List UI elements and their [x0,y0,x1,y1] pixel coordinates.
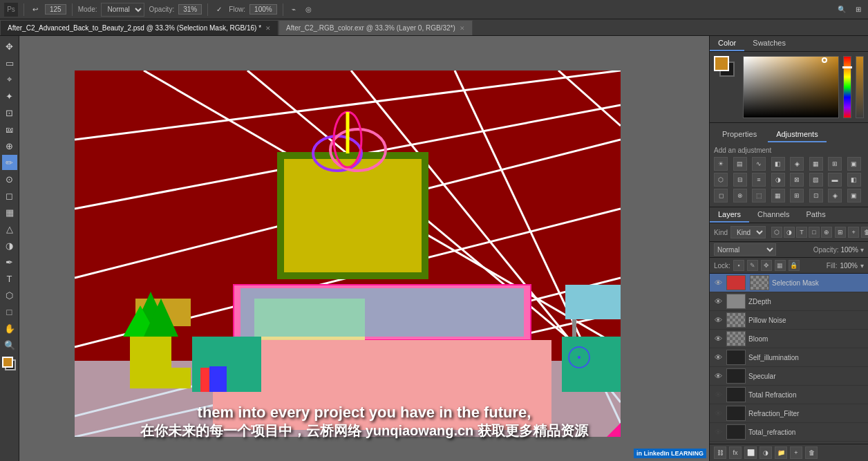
new-fill-adj-btn[interactable]: ◑ [760,446,772,459]
gradient-tool[interactable]: ▦ [2,205,17,220]
adj-posterize[interactable]: ⊠ [790,173,804,187]
filter-type[interactable]: T [796,227,807,238]
fg-color-swatch[interactable] [2,357,13,368]
flow-value[interactable]: 100% [249,4,277,15]
shape-tool[interactable]: □ [2,304,17,319]
adj-mask3[interactable]: ⬚ [752,189,766,203]
layer-row-zdepth[interactable]: 👁 ZDepth [710,292,868,311]
adj-curves[interactable]: ∿ [752,157,766,171]
angle-btn[interactable]: ◎ [303,4,314,15]
arrange-btn[interactable]: ⊞ [853,4,864,15]
add-style-btn[interactable]: fx [729,446,742,459]
type-tool[interactable]: T [2,271,17,286]
color-tab[interactable]: Color [710,36,744,51]
layer-vis-zdepth[interactable]: 👁 [713,296,724,307]
link-layers-btn[interactable]: ⛓ [714,446,726,459]
tab-1-close[interactable]: ✕ [265,25,271,32]
layer-vis-selection-mask[interactable]: 👁 [713,277,724,288]
adj-exposure[interactable]: ◧ [771,157,785,171]
adj-colorlookup[interactable]: ≡ [752,173,766,187]
layer-vis-self-illumination[interactable]: 👁 [713,352,724,363]
adj-mask7[interactable]: ◈ [828,189,842,203]
search-btn[interactable]: 🔍 [835,4,849,15]
pen-tool[interactable]: ✒ [2,254,17,270]
clone-tool[interactable]: ⊙ [2,171,17,187]
tool-options-btn[interactable]: ↩ [30,4,41,15]
opacity-arrow[interactable]: ▾ [860,246,864,254]
adj-brightness[interactable]: ☀ [714,157,728,171]
eraser-tool[interactable]: ◻ [2,188,17,203]
lock-transparent[interactable]: ▪ [733,260,744,271]
color-gradient-picker[interactable] [743,56,839,118]
adj-selectivecolor[interactable]: ◧ [847,173,861,187]
new-layer-bottom-btn[interactable]: + [790,446,802,459]
properties-tab[interactable]: Properties [714,127,765,142]
hand-tool[interactable]: ✋ [2,321,17,336]
tab-1[interactable]: After_C2_Advanced_Back_to_Beauty_2.psd @… [0,20,279,35]
adj-invert[interactable]: ◑ [771,173,785,187]
layers-tab[interactable]: Layers [710,207,749,223]
layer-row-refraction-filter[interactable]: 👁 Refraction_Filter [710,404,868,423]
filter-smart[interactable]: ⊕ [821,227,832,238]
filter-pixel[interactable]: ⬡ [771,227,782,238]
adj-levels[interactable]: ▤ [733,157,747,171]
zoom-tool[interactable]: 🔍 [2,337,17,352]
adj-hsl[interactable]: ▦ [809,157,823,171]
layer-vis-total-refraction[interactable]: 👁 [713,389,724,400]
adj-threshold[interactable]: ▧ [809,173,823,187]
blend-mode-dropdown[interactable]: Normal [714,243,776,256]
delete-layer-bottom-btn[interactable]: 🗑 [805,446,818,459]
opacity-value[interactable]: 100% [840,246,858,254]
adj-colorbalance[interactable]: ⊞ [828,157,842,171]
brush-toggle[interactable]: ✓ [214,4,225,15]
adj-mask4[interactable]: ▦ [771,189,785,203]
filter-shape[interactable]: □ [809,227,820,238]
tab-2-close[interactable]: ✕ [460,25,465,32]
lock-all[interactable]: 🔒 [789,260,800,271]
add-mask-btn[interactable]: ⬜ [744,446,757,459]
layer-row-selection-mask[interactable]: 👁 Selection Mask [710,274,868,292]
tab-2[interactable]: After_C2_.RGB_color.exr @ 33.3% (Layer 0… [279,20,473,35]
adj-mask5[interactable]: ⊞ [790,189,804,203]
layer-row-total-refraction[interactable]: 👁 Total Refraction [710,386,868,404]
layer-vis-refraction-filter[interactable]: 👁 [713,408,724,419]
brush-tool[interactable]: ✏ [2,155,17,170]
lasso-tool[interactable]: ⌖ [2,72,17,87]
adj-vibrance[interactable]: ◈ [790,157,804,171]
paths-tab[interactable]: Paths [798,207,834,223]
layer-vis-pillow-noise[interactable]: 👁 [713,314,724,326]
adj-photo[interactable]: ⬡ [714,173,728,187]
dodge-tool[interactable]: ◑ [2,238,17,253]
crop-tool[interactable]: ⊡ [2,105,17,120]
new-layer-btn[interactable]: + [848,227,859,238]
hue-slider-container[interactable] [843,56,851,118]
canvas-area[interactable]: them into every project you have in the … [19,36,709,461]
layer-row-specular[interactable]: 👁 Specular [710,367,868,386]
alpha-slider[interactable] [856,56,864,118]
adj-mask1[interactable]: ◻ [714,189,728,203]
layer-row-bloom[interactable]: 👁 Bloom [710,330,868,348]
smoothing-btn[interactable]: ⌁ [289,4,299,15]
fill-arrow[interactable]: ▾ [860,262,864,270]
lock-image[interactable]: ✎ [747,260,758,271]
layer-vis-total-refraction2[interactable]: 👁 [713,426,724,438]
lock-artboard[interactable]: ▦ [775,260,786,271]
eyedropper-tool[interactable]: 🖭 [2,122,17,137]
healing-tool[interactable]: ⊕ [2,138,17,153]
delete-layer-btn[interactable]: 🗑 [861,227,868,238]
magic-wand-tool[interactable]: ✦ [2,88,17,104]
new-group-btn[interactable]: ⊞ [835,227,846,238]
adj-channelmixer[interactable]: ⊟ [733,173,747,187]
adjustments-tab[interactable]: Adjustments [768,127,827,142]
new-group-bottom-btn[interactable]: 📁 [775,446,787,459]
layer-row-total-refraction2[interactable]: 👁 Total_refraction [710,423,868,442]
channels-tab[interactable]: Channels [749,207,798,223]
adj-gradientmap[interactable]: ▬ [828,173,842,187]
hue-slider[interactable] [843,56,851,118]
lock-position[interactable]: ✥ [761,260,772,271]
path-tool[interactable]: ⬡ [2,288,17,303]
select-tool[interactable]: ▭ [2,55,17,70]
layer-vis-specular[interactable]: 👁 [713,370,724,382]
opacity-value[interactable]: 31% [178,4,202,15]
layer-row-self-illumination[interactable]: 👁 Self_illumination [710,348,868,367]
